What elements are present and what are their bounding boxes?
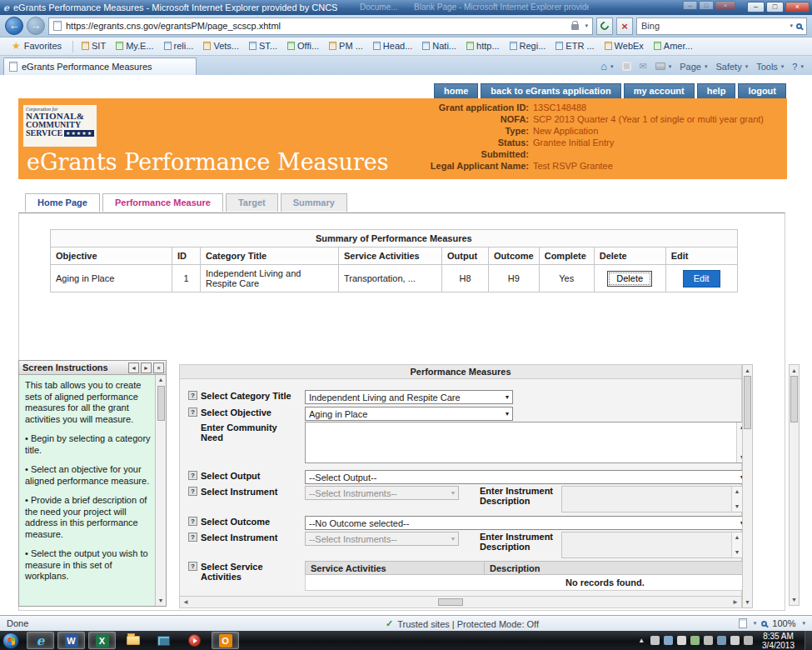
- chevron-down-icon[interactable]: ▾: [802, 620, 805, 627]
- help-icon[interactable]: ?: [188, 532, 197, 542]
- favorite-link[interactable]: Amer...: [649, 40, 698, 52]
- search-icon[interactable]: [796, 23, 802, 29]
- tray-icon[interactable]: [650, 636, 660, 645]
- cell-output: H8: [442, 265, 489, 292]
- forward-button[interactable]: →: [27, 17, 45, 35]
- favorite-link[interactable]: Head...: [368, 40, 417, 52]
- nav-logout-button[interactable]: logout: [738, 83, 786, 99]
- delete-button[interactable]: Delete: [607, 271, 652, 287]
- address-input[interactable]: https://egrants.cns.gov/egrantsPM/page_s…: [48, 18, 593, 35]
- output-instrument-select: --Select Instruments--▼: [305, 486, 459, 500]
- edit-button[interactable]: Edit: [683, 270, 720, 288]
- help-icon[interactable]: ?: [188, 487, 197, 496]
- taskbar-app-button[interactable]: [150, 632, 177, 649]
- nav-my-account-button[interactable]: my account: [624, 83, 695, 99]
- tools-menu[interactable]: Tools▾: [756, 62, 784, 72]
- tab-performance-measure[interactable]: Performance Measure: [102, 193, 223, 212]
- nav-help-button[interactable]: help: [697, 83, 736, 99]
- volume-icon[interactable]: [744, 636, 753, 645]
- taskbar-outlook-button[interactable]: O: [212, 632, 239, 649]
- address-dropdown-icon[interactable]: ▾: [585, 22, 588, 29]
- nav-back-to-egrants-button[interactable]: back to eGrants application: [481, 83, 620, 99]
- favorite-link[interactable]: Offi...: [282, 40, 324, 52]
- next-instruction-button[interactable]: ►: [141, 362, 152, 373]
- folder-icon: [127, 636, 140, 645]
- page-vertical-scrollbar[interactable]: ▲ ▼: [789, 364, 800, 606]
- taskbar-excel-button[interactable]: X: [88, 632, 116, 649]
- favicon-icon: [164, 42, 172, 50]
- browser-tab-bar: eGrants Performance Measures ⌂▾ ✉ ▾ Page…: [0, 56, 812, 75]
- tab-home-page[interactable]: Home Page: [25, 193, 100, 212]
- feeds-button[interactable]: [622, 62, 631, 71]
- show-hidden-icons-button[interactable]: ▲: [636, 637, 646, 644]
- favorite-link[interactable]: My.E...: [111, 40, 158, 52]
- cell-category-title: Independent Living and Respite Care: [201, 265, 339, 292]
- favicon-icon: [116, 42, 123, 50]
- instructions-text: This tab allows you to create sets of al…: [19, 375, 155, 606]
- maximize-button[interactable]: □: [766, 2, 784, 12]
- chevron-down-icon[interactable]: ▾: [754, 620, 757, 627]
- taskbar-player-button[interactable]: [181, 632, 208, 649]
- tab-target[interactable]: Target: [226, 193, 278, 212]
- tray-icon[interactable]: [704, 636, 713, 645]
- back-button[interactable]: ←: [5, 17, 23, 35]
- search-dropdown-icon[interactable]: ▾: [790, 22, 793, 29]
- instructions-scrollbar[interactable]: ▲▼: [155, 375, 166, 606]
- taskbar-word-button[interactable]: W: [57, 632, 85, 649]
- refresh-button[interactable]: [596, 18, 613, 35]
- taskbar-clock[interactable]: 8:35 AM 3/4/2013: [757, 632, 800, 650]
- print-button[interactable]: ▾: [655, 62, 672, 70]
- help-icon[interactable]: ?: [188, 408, 197, 417]
- favorite-link[interactable]: Vets...: [198, 40, 244, 52]
- taskbar-folder-button[interactable]: [119, 632, 147, 649]
- favorite-link[interactable]: ETR ...: [550, 40, 599, 52]
- favorite-link[interactable]: reli...: [159, 40, 199, 52]
- outcome-select[interactable]: --No Outcome selected--▼: [305, 516, 748, 530]
- category-title-select[interactable]: Independent Living and Respite Care▼: [305, 390, 513, 404]
- safety-menu[interactable]: Safety▾: [715, 62, 748, 72]
- help-icon[interactable]: ?: [188, 391, 197, 400]
- taskbar-ie-button[interactable]: e: [27, 632, 54, 649]
- home-button[interactable]: ⌂▾: [600, 60, 613, 72]
- favorite-link[interactable]: SIT: [77, 40, 111, 52]
- favorite-link[interactable]: PM ...: [324, 40, 368, 52]
- favorite-link[interactable]: Nati...: [417, 40, 461, 52]
- close-button[interactable]: ×: [785, 2, 810, 12]
- help-button[interactable]: ?▾: [792, 62, 804, 72]
- minimize-button[interactable]: –: [747, 2, 765, 12]
- favorite-link[interactable]: WebEx: [600, 40, 649, 52]
- favorite-link[interactable]: ST...: [244, 40, 282, 52]
- prev-instruction-button[interactable]: ◄: [128, 362, 139, 373]
- output-instrument-description: ▲▼: [561, 486, 743, 512]
- start-button[interactable]: [2, 632, 19, 649]
- favorites-button[interactable]: ★ Favorites: [4, 38, 69, 54]
- scrollbar-thumb[interactable]: [438, 598, 463, 606]
- favorite-link[interactable]: http...: [461, 40, 505, 52]
- network-icon[interactable]: [730, 636, 740, 645]
- form-horizontal-scrollbar[interactable]: ◄►: [180, 596, 741, 608]
- favorite-link[interactable]: Regi...: [505, 40, 551, 52]
- search-input[interactable]: Bing ▾: [636, 18, 807, 35]
- help-icon[interactable]: ?: [188, 562, 197, 571]
- show-desktop-button[interactable]: [805, 631, 812, 650]
- cell-complete: Yes: [539, 265, 594, 292]
- tray-icon[interactable]: [717, 636, 726, 645]
- read-mail-button[interactable]: ✉: [640, 61, 647, 72]
- browser-tab[interactable]: eGrants Performance Measures: [3, 58, 197, 75]
- ie-icon: e: [3, 2, 9, 13]
- tray-icon[interactable]: [690, 636, 700, 645]
- output-select[interactable]: --Select Output--▼: [305, 470, 748, 484]
- stop-button[interactable]: ×: [616, 18, 633, 35]
- help-icon[interactable]: ?: [188, 471, 197, 480]
- tray-icon[interactable]: [664, 636, 673, 645]
- tab-summary[interactable]: Summary: [281, 193, 347, 212]
- help-icon[interactable]: ?: [188, 517, 197, 526]
- form-vertical-scrollbar[interactable]: ▲ ▼: [742, 364, 753, 608]
- close-instructions-button[interactable]: ×: [153, 362, 164, 373]
- tray-icon[interactable]: [677, 636, 686, 645]
- community-need-textarea[interactable]: ▲▼: [305, 422, 748, 463]
- zoom-icon: [761, 621, 767, 627]
- page-menu[interactable]: Page▾: [680, 62, 707, 72]
- objective-select[interactable]: Aging in Place▼: [305, 407, 513, 421]
- nav-home-button[interactable]: home: [434, 83, 478, 99]
